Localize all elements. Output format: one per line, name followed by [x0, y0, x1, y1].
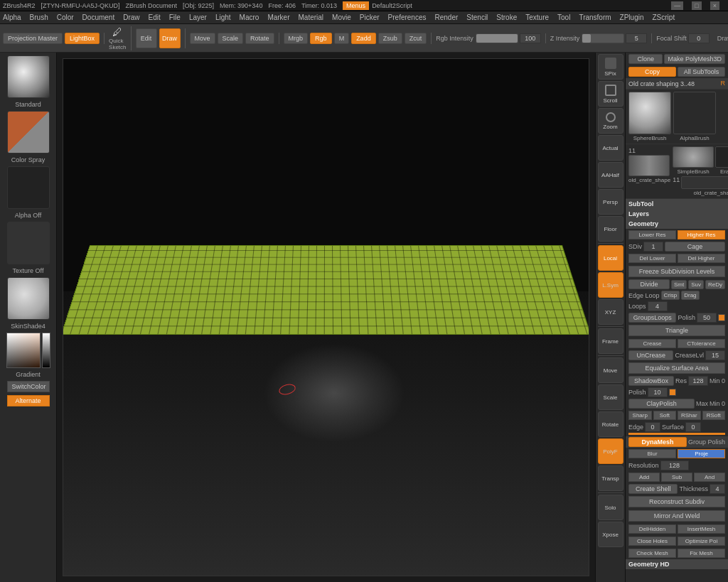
- triangle-button[interactable]: Triangle: [628, 325, 725, 336]
- menu-material[interactable]: Material: [299, 14, 324, 21]
- local-button[interactable]: Local: [598, 245, 623, 271]
- aahalf-button[interactable]: AAHalf: [598, 162, 623, 188]
- close-holes-button[interactable]: Close Holes: [628, 537, 676, 546]
- resolution-input[interactable]: [660, 460, 689, 470]
- cage-button[interactable]: Cage: [665, 242, 725, 252]
- ctolerance-button[interactable]: CTolerance: [678, 339, 725, 348]
- project-button[interactable]: Proje: [678, 449, 725, 458]
- crease-lvl-input[interactable]: [705, 350, 725, 360]
- higher-res-button[interactable]: Higher Res: [678, 230, 725, 239]
- sdiv-input[interactable]: [643, 242, 663, 252]
- alpha-swatch[interactable]: [7, 166, 50, 209]
- rotate-button[interactable]: Rotate: [245, 33, 274, 44]
- menu-layer[interactable]: Layer: [189, 14, 207, 21]
- menu-stroke[interactable]: Stroke: [496, 14, 517, 21]
- menu-light[interactable]: Light: [215, 14, 231, 21]
- spix-button[interactable]: SPix: [598, 54, 623, 80]
- fix-mesh-button[interactable]: Fix Mesh: [678, 549, 725, 558]
- menu-edit[interactable]: Edit: [149, 14, 161, 21]
- menu-texture[interactable]: Texture: [525, 14, 549, 21]
- switchcolor-button[interactable]: SwitchColor: [7, 381, 50, 392]
- crease-button[interactable]: Crease: [628, 339, 676, 348]
- geometry-header[interactable]: Geometry: [626, 219, 728, 229]
- menu-brush[interactable]: Brush: [30, 14, 48, 21]
- sphere-brush-thumb[interactable]: [628, 92, 671, 134]
- skin-swatch[interactable]: [7, 277, 50, 320]
- maximize-button[interactable]: □: [692, 1, 701, 10]
- groups-loops-button[interactable]: GroupsLoops: [628, 313, 676, 323]
- edit-button[interactable]: Edit: [136, 28, 157, 48]
- equalize-button[interactable]: Equalize Surface Area: [628, 362, 725, 374]
- soft-button[interactable]: Soft: [653, 411, 677, 420]
- rgb-button[interactable]: Rgb: [310, 33, 332, 44]
- move-button[interactable]: Move: [190, 33, 215, 44]
- rgb-intensity-slider[interactable]: 100: [476, 33, 541, 43]
- polish-checkbox[interactable]: [718, 314, 725, 321]
- color-picker-hue[interactable]: [42, 333, 50, 368]
- thickness-input[interactable]: [710, 484, 725, 494]
- res-input[interactable]: [688, 376, 708, 386]
- check-mesh-button[interactable]: Check Mesh: [628, 549, 676, 558]
- lsym-button[interactable]: L.Sym: [598, 272, 623, 298]
- geometry-hd-header[interactable]: Geometry HD: [626, 559, 728, 569]
- menu-movie[interactable]: Movie: [332, 14, 351, 21]
- solo-button[interactable]: Solo: [598, 495, 623, 520]
- floor-button[interactable]: Floor: [598, 216, 623, 242]
- mirror-weld-button[interactable]: Mirror And Weld: [628, 510, 725, 522]
- subtool-header[interactable]: SubTool: [626, 199, 728, 209]
- crate-shape-thumb[interactable]: [681, 176, 728, 189]
- standard-brush-swatch[interactable]: [7, 55, 50, 98]
- menus-button[interactable]: Menus: [343, 1, 369, 10]
- dynamesh-button[interactable]: DynaMesh: [628, 437, 687, 447]
- texture-swatch[interactable]: [7, 222, 50, 264]
- simple-brush-thumb[interactable]: [673, 146, 714, 168]
- crisp-button[interactable]: Crisp: [661, 291, 680, 300]
- scroll-button[interactable]: Scroll: [598, 81, 623, 107]
- menu-picker[interactable]: Picker: [360, 14, 380, 21]
- menu-transform[interactable]: Transform: [579, 14, 611, 21]
- zoom-button[interactable]: Zoom: [598, 108, 623, 134]
- blur-button[interactable]: Blur: [628, 449, 676, 458]
- xyz-button[interactable]: XYZ: [598, 299, 623, 325]
- menu-render[interactable]: Render: [435, 14, 459, 21]
- create-shell-button[interactable]: Create Shell: [628, 484, 678, 494]
- polyf-button[interactable]: PolyF: [598, 438, 623, 464]
- lower-res-button[interactable]: Lower Res: [628, 230, 676, 239]
- alternate-button[interactable]: Alternate: [7, 395, 50, 406]
- clone-button[interactable]: Clone: [628, 54, 663, 64]
- menu-document[interactable]: Document: [82, 14, 115, 21]
- menu-alpha[interactable]: Alpha: [3, 14, 21, 21]
- suv-button[interactable]: Suv: [688, 280, 704, 289]
- actual-button[interactable]: Actual: [598, 135, 623, 161]
- zcut-button[interactable]: Zcut: [405, 33, 427, 44]
- delhidden-button[interactable]: DelHidden: [628, 524, 676, 534]
- surface-input[interactable]: [685, 422, 701, 432]
- rediv-button[interactable]: ReDy: [705, 280, 725, 289]
- menu-stencil[interactable]: Stencil: [466, 14, 488, 21]
- optimize-button[interactable]: Optimize Poi: [678, 537, 725, 546]
- and-button[interactable]: And: [694, 473, 725, 482]
- xpose-button[interactable]: Xpose: [598, 522, 623, 547]
- polish-input[interactable]: [697, 313, 717, 323]
- canvas-move-button[interactable]: Move: [598, 357, 623, 383]
- loops-input[interactable]: [648, 301, 668, 311]
- menu-file[interactable]: File: [169, 14, 181, 21]
- lightbox-button[interactable]: LightBox: [65, 33, 100, 44]
- insertmesh-button[interactable]: InsertMesh: [678, 524, 725, 534]
- edge-input[interactable]: [645, 422, 660, 432]
- rsoft-button[interactable]: RSoft: [702, 411, 726, 420]
- menu-tool[interactable]: Tool: [557, 14, 570, 21]
- frame-button[interactable]: Frame: [598, 328, 623, 354]
- transp-button[interactable]: Transp: [598, 465, 623, 491]
- shadowbox-button[interactable]: ShadowBox: [628, 376, 674, 386]
- polish-sb-checkbox[interactable]: [669, 389, 676, 396]
- sub-button[interactable]: Sub: [661, 473, 692, 482]
- all-subtools-button[interactable]: All SubTools: [678, 67, 725, 77]
- persp-button[interactable]: Persp: [598, 189, 623, 215]
- menu-draw[interactable]: Draw: [123, 14, 139, 21]
- freeze-subdiv-button[interactable]: Freeze SubDivision Levels: [628, 266, 725, 277]
- canvas-viewport[interactable]: [63, 58, 589, 576]
- uncrease-button[interactable]: UnCrease: [628, 350, 673, 360]
- projection-master-button[interactable]: Projection Master: [3, 33, 63, 44]
- eraser-brush-thumb[interactable]: [715, 146, 728, 168]
